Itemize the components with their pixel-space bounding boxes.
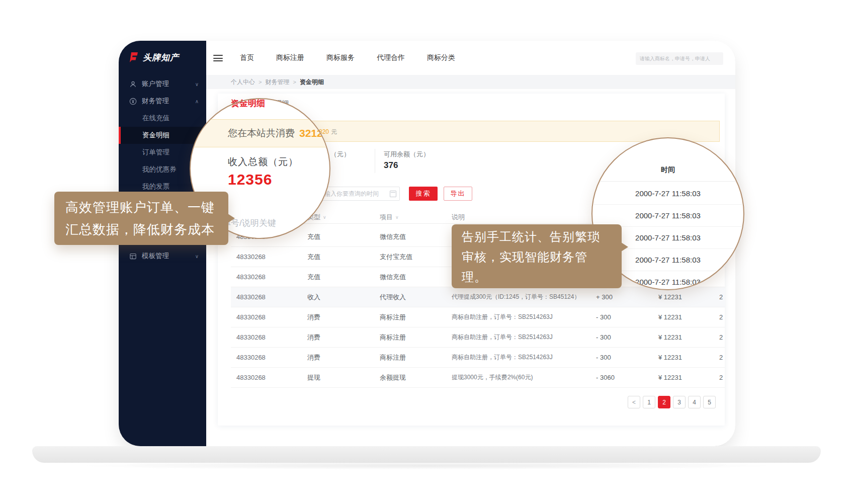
pagination: <12345 — [628, 396, 716, 408]
table-row: 48330268消费商标注册商标自助注册，订单号：SB2514263J- 300… — [231, 327, 725, 348]
logo[interactable]: 头牌知产 — [127, 51, 179, 63]
breadcrumb-item[interactable]: 个人中心 — [231, 78, 255, 87]
project-header[interactable]: 项目∨ — [380, 213, 452, 222]
amount-cell: - 300 — [596, 333, 658, 341]
callout-line: 理。 — [462, 267, 622, 287]
pagination-page-button[interactable]: 5 — [703, 396, 716, 408]
top-navigation: 首页商标注册商标服务代理合作商标分类 — [206, 41, 735, 75]
project-cell: 商标注册 — [380, 353, 452, 362]
sidebar-item[interactable]: 资金明细 — [119, 127, 206, 144]
type-header[interactable]: 类型∨ — [307, 213, 380, 222]
sidebar-item[interactable]: 财务管理∧ — [119, 93, 206, 110]
magnified-time-header: 时间 — [592, 165, 743, 182]
type-cell: 充值 — [307, 232, 380, 241]
pagination-page-button[interactable]: 1 — [643, 396, 655, 408]
type-cell: 消费 — [307, 333, 380, 342]
desc-cell: 代理提成300元（ID:1245，订单号：SB45124） — [452, 293, 596, 301]
callout-line: 告别手工统计、告别繁琐 — [462, 227, 622, 247]
balance-cell: ¥ 12231 — [658, 374, 719, 381]
callout-line: 审核，实现智能财务管 — [462, 247, 622, 267]
callout-left-text: 高效管理账户订单、一键汇总数据，降低财务成本 — [65, 196, 228, 240]
nav-item[interactable]: 商标服务 — [326, 53, 355, 62]
time-cell: 2 — [719, 333, 725, 341]
pagination-page-button[interactable]: 3 — [673, 396, 686, 408]
callout-right-text: 告别手工统计、告别繁琐审核，实现智能财务管理。 — [462, 227, 622, 287]
income-total-value: 12356 — [228, 171, 272, 188]
type-cell: 消费 — [307, 353, 380, 362]
time-cell: 2 — [719, 354, 725, 361]
search-button[interactable]: 搜索 — [409, 187, 438, 201]
order-cell: 48330268 — [231, 333, 307, 341]
pagination-page-button[interactable]: 2 — [658, 396, 670, 408]
menu-icon[interactable] — [213, 55, 223, 61]
logo-title: 头牌知产 — [143, 52, 179, 63]
desc-header: 说明 — [452, 213, 596, 222]
sort-caret-icon: ∨ — [395, 215, 399, 220]
sidebar-item[interactable]: 在线充值 — [119, 110, 206, 127]
project-cell: 余额提现 — [380, 373, 452, 382]
nav-item[interactable]: 代理合作 — [377, 53, 405, 62]
banner-unit: 元 — [331, 128, 337, 135]
order-cell: 48330268 — [231, 273, 307, 281]
amount-cell: - 300 — [596, 354, 658, 361]
amount-cell: - 3060 — [596, 374, 658, 381]
balance-cell: ¥ 12231 — [658, 354, 719, 361]
sidebar-item-label: 财务管理 — [142, 97, 169, 106]
sidebar-item-label: 账户管理 — [142, 79, 169, 89]
available-balance-label: 可用余额（元） — [384, 150, 430, 159]
sidebar-item-label: 在线充值 — [142, 114, 169, 123]
project-cell: 商标注册 — [380, 333, 452, 342]
balance-cell: ¥ 12231 — [658, 293, 719, 301]
logo-icon — [127, 51, 139, 63]
callout-line: 高效管理账户订单、一键 — [65, 196, 228, 218]
callout-right: 告别手工统计、告别繁琐审核，实现智能财务管理。 — [452, 224, 622, 288]
pagination-prev-button[interactable]: < — [628, 396, 640, 408]
project-cell: 代理收入 — [380, 293, 452, 302]
sidebar-item[interactable]: 模板管理∨ — [119, 247, 206, 265]
nav-item[interactable]: 首页 — [240, 53, 254, 62]
order-cell: 48330268 — [231, 313, 307, 321]
desc-cell: 商标自助注册，订单号：SB2514263J — [452, 313, 596, 321]
income-total-label: 收入总额（元） — [228, 155, 298, 169]
pagination-page-button[interactable]: 4 — [688, 396, 701, 408]
available-balance-value: 376 — [384, 160, 398, 171]
table-row: 48330268消费商标注册商标自助注册，订单号：SB2514263J- 300… — [231, 348, 725, 368]
type-cell: 提现 — [307, 373, 380, 382]
amount-cell: + 300 — [596, 293, 658, 301]
time-cell: 2 — [719, 313, 725, 321]
callout-left: 高效管理账户订单、一键汇总数据，降低财务成本 — [54, 192, 228, 245]
sidebar-item-label: 我的发票 — [142, 182, 169, 191]
chevron-up-icon: ∧ — [195, 99, 199, 104]
breadcrumb-item: 资金明细 — [300, 78, 324, 87]
balance-cell: ¥ 12231 — [658, 313, 719, 321]
type-cell: 消费 — [307, 313, 380, 322]
desc-cell: 商标自助注册，订单号：SB2514263J — [452, 353, 596, 362]
sort-caret-icon: ∨ — [323, 215, 326, 220]
balance-cell: ¥ 12231 — [658, 333, 719, 341]
trademark-search-input[interactable] — [636, 52, 723, 65]
calendar-icon[interactable] — [390, 191, 396, 197]
sidebar-item-label: 模板管理 — [142, 251, 169, 261]
type-cell: 充值 — [307, 273, 380, 282]
desc-cell: 商标自助注册，订单号：SB2514263J — [452, 333, 596, 342]
breadcrumb-separator: > — [293, 79, 296, 85]
sidebar-item-label: 我的优惠券 — [142, 165, 177, 174]
project-cell: 微信充值 — [380, 273, 452, 282]
nav-item[interactable]: 商标分类 — [427, 53, 455, 62]
magnified-time-row: 2000-7-27 11:58:03 — [592, 183, 743, 205]
sidebar-item[interactable]: 账户管理∨ — [119, 75, 206, 93]
stat-mid-label-fragment: （元） — [330, 150, 350, 159]
breadcrumb-item[interactable]: 财务管理 — [265, 78, 289, 87]
order-cell: 48330268 — [231, 293, 307, 301]
nav-item[interactable]: 商标注册 — [276, 53, 304, 62]
stage: 头牌知产 账户管理∨财务管理∧在线充值资金明细订单管理我的优惠券我的发票模板管理… — [0, 0, 853, 504]
breadcrumb: 个人中心>财务管理>资金明细 — [206, 75, 735, 89]
callout-line: 汇总数据，降低财务成本 — [65, 218, 228, 240]
table-row: 48330268收入代理收入代理提成300元（ID:1245，订单号：SB451… — [231, 287, 725, 307]
export-button[interactable]: 导出 — [444, 187, 472, 201]
table-row: 48330268提现余额提现提现3000元，手续费2%(60元)- 3060¥ … — [231, 368, 725, 388]
order-cell: 48330268 — [231, 354, 307, 361]
project-cell: 微信充值 — [380, 232, 452, 241]
chevron-down-icon: ∨ — [195, 81, 199, 87]
time-cell: 2 — [719, 374, 725, 381]
